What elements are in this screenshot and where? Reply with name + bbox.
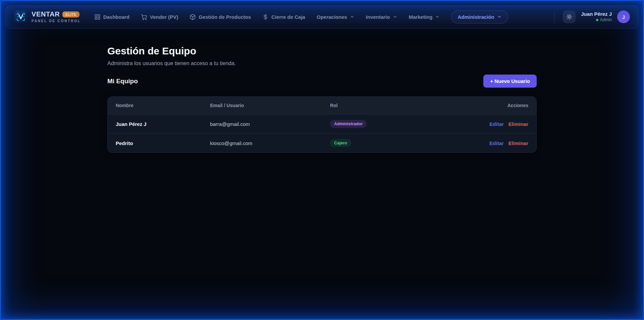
table-row: Juan Pérez J barra@gmail.com Administrad…	[108, 115, 536, 134]
nav-item-label: Vender (PV)	[150, 14, 178, 20]
vertical-divider	[554, 11, 555, 22]
nav-item-dashboard[interactable]: Dashboard	[94, 14, 129, 20]
theme-toggle-button[interactable]	[563, 10, 576, 23]
chevron-down-icon	[497, 14, 502, 19]
user-email-cell: kiosco@gmail.com	[202, 134, 322, 153]
user-name-cell: Pedrito	[108, 134, 202, 153]
nav-item-inventario[interactable]: Inventario	[366, 14, 397, 20]
user-role: Admin	[581, 17, 612, 23]
role-badge: Cajero	[330, 139, 351, 147]
nav-item-label: Gestión de Productos	[199, 14, 251, 20]
sun-icon	[566, 14, 572, 20]
cart-icon	[141, 14, 147, 20]
nav-item-operaciones[interactable]: Operaciones	[317, 14, 355, 20]
column-header-rol: Rol	[322, 97, 476, 115]
section-header-row: Mi Equipo + Nuevo Usuario	[107, 75, 537, 88]
user-role-cell: Administrador	[322, 115, 476, 134]
avatar[interactable]: J	[617, 10, 630, 23]
package-icon	[190, 14, 196, 20]
nav-item-label: Dashboard	[103, 14, 129, 20]
column-header-acciones: Acciones	[476, 97, 536, 115]
page-subtitle: Administra los usuarios que tienen acces…	[107, 60, 537, 66]
user-role-cell: Cajero	[322, 134, 476, 153]
table-row: Pedrito kiosco@gmail.com Cajero EditarEl…	[108, 134, 536, 153]
brand-subtitle: PANEL DE CONTROL	[32, 19, 81, 23]
brand[interactable]: VENTAR ELITE PANEL DE CONTROL	[14, 10, 81, 24]
main-content: Gestión de Equipo Administra los usuario…	[107, 29, 537, 153]
user-name: Juan Pérez J	[581, 11, 612, 17]
new-user-button[interactable]: + Nuevo Usuario	[483, 75, 537, 88]
team-table-card: Nombre Email / Usuario Rol Acciones Juan…	[107, 96, 537, 153]
column-header-nombre: Nombre	[108, 97, 202, 115]
nav-item-marketing[interactable]: Marketing	[409, 14, 440, 20]
nav-item-label: Inventario	[366, 14, 390, 20]
top-navbar: VENTAR ELITE PANEL DE CONTROL Dashboard …	[5, 5, 639, 29]
chevron-down-icon	[350, 14, 355, 19]
edit-link[interactable]: Editar	[489, 121, 504, 127]
nav-item-label: Cierre de Caja	[271, 14, 305, 20]
section-title: Mi Equipo	[107, 78, 138, 85]
nav-item-administracion[interactable]: Administración	[451, 10, 508, 24]
chevron-down-icon	[435, 14, 440, 19]
role-badge: Administrador	[330, 120, 367, 128]
user-name-cell: Juan Pérez J	[108, 115, 202, 134]
nav-item-label: Administración	[458, 14, 494, 20]
delete-link[interactable]: Eliminar	[508, 121, 528, 127]
edit-link[interactable]: Editar	[489, 140, 504, 146]
user-role-label: Admin	[600, 17, 612, 23]
brand-text: VENTAR ELITE PANEL DE CONTROL	[32, 10, 81, 23]
actions-cell: EditarEliminar	[476, 115, 536, 134]
ventar-logo-icon	[14, 10, 28, 24]
main-nav: Dashboard Vender (PV) Gestión de Product…	[94, 10, 508, 24]
chevron-down-icon	[393, 14, 397, 19]
nav-item-cierre-caja[interactable]: Cierre de Caja	[262, 14, 305, 20]
nav-item-label: Marketing	[409, 14, 433, 20]
user-email-cell: barra@gmail.com	[202, 115, 322, 134]
navbar-right-cluster: Juan Pérez J Admin J	[554, 10, 630, 23]
table-header-row: Nombre Email / Usuario Rol Acciones	[108, 97, 536, 115]
nav-item-gestion-productos[interactable]: Gestión de Productos	[190, 14, 251, 20]
nav-item-vender-pv[interactable]: Vender (PV)	[141, 14, 178, 20]
user-meta: Juan Pérez J Admin	[581, 11, 612, 22]
actions-cell: EditarEliminar	[476, 134, 536, 153]
page-title: Gestión de Equipo	[107, 45, 537, 57]
nav-item-label: Operaciones	[317, 14, 347, 20]
brand-name: VENTAR	[32, 10, 60, 18]
team-table: Nombre Email / Usuario Rol Acciones Juan…	[108, 97, 536, 152]
online-status-dot	[596, 19, 598, 21]
delete-link[interactable]: Eliminar	[508, 140, 528, 146]
dollar-icon	[262, 14, 269, 20]
elite-badge: ELITE	[62, 11, 79, 17]
column-header-email: Email / Usuario	[202, 97, 322, 115]
grid-icon	[94, 14, 101, 20]
